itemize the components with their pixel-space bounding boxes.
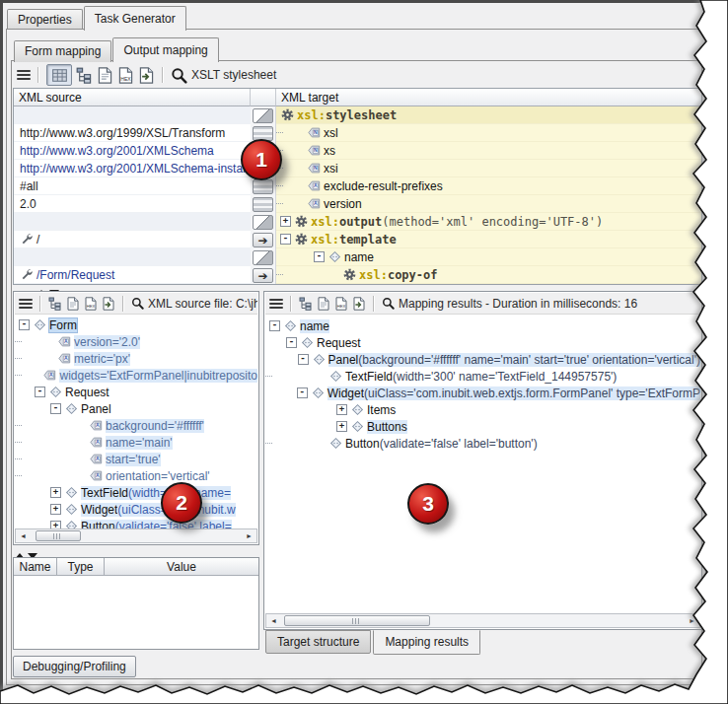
tree-row[interactable]: Buttons <box>265 418 700 435</box>
document-view-icon[interactable] <box>317 297 330 311</box>
tab-properties[interactable]: Properties <box>7 9 83 31</box>
menu-icon[interactable] <box>19 296 33 312</box>
tree-row[interactable]: orientation='vertical' <box>15 467 257 484</box>
target-row[interactable]: xsl:stylesheet <box>276 106 701 124</box>
tree-row[interactable]: name='main' <box>15 434 257 451</box>
target-row[interactable]: xsl:copy-of <box>276 266 701 284</box>
collapse-toggle[interactable] <box>35 387 45 397</box>
connector-button-equals[interactable] <box>253 179 273 194</box>
tree-row[interactable]: name <box>265 317 700 334</box>
source-row[interactable]: http://www.w3.org/2001/XMLSchema-instanc… <box>14 160 251 177</box>
search-icon[interactable] <box>382 297 395 310</box>
grid-view-button[interactable] <box>46 64 72 86</box>
tree-row[interactable]: Form <box>15 317 257 333</box>
scroll-left-arrow[interactable]: ◄ <box>16 529 31 542</box>
expand-toggle[interactable] <box>50 487 61 498</box>
menu-icon[interactable] <box>17 67 31 83</box>
tree-node-detail: (background='#ffffff' name='main' start=… <box>358 353 700 367</box>
source-row[interactable]: http://www.w3.org/2001/XMLSchema <box>14 142 251 160</box>
tab-target-structure[interactable]: Target structure <box>265 630 371 654</box>
connector-button-equals[interactable] <box>253 197 273 212</box>
tree-attribute: orientation='vertical' <box>106 469 210 483</box>
tab-task-generator[interactable]: Task Generator <box>84 6 186 31</box>
tab-output-mapping[interactable]: Output mapping <box>112 37 218 62</box>
document-view-icon[interactable] <box>97 67 113 84</box>
structure-view-icon[interactable] <box>76 67 93 84</box>
tree-row[interactable]: start='true' <box>15 451 257 467</box>
tree-row[interactable]: Panel (background='#ffffff' name='main' … <box>265 351 700 368</box>
connector-button-arrow[interactable]: ➔ <box>253 268 273 283</box>
connector-button-diagonal[interactable] <box>253 108 273 123</box>
column-header-value[interactable]: Value <box>105 558 258 576</box>
import-document-icon[interactable] <box>352 297 366 311</box>
collapse-toggle[interactable] <box>50 403 61 414</box>
target-row[interactable]: xsl:template <box>276 231 701 248</box>
tree-row[interactable]: Items <box>265 401 700 418</box>
search-icon[interactable] <box>171 67 187 84</box>
source-row[interactable]: /Form/Request <box>14 266 251 284</box>
tree-row[interactable]: TextField (width='300' name= <box>15 484 257 501</box>
source-row[interactable]: http://www.w3.org/1999/XSL/Transform <box>14 124 251 142</box>
tree-row[interactable]: Widget (uiClass='com.inubit.w <box>15 501 257 518</box>
source-row[interactable]: / <box>14 231 251 248</box>
scroll-left-arrow[interactable]: ◄ <box>266 614 281 627</box>
target-row[interactable]: name <box>276 248 701 266</box>
source-row[interactable] <box>14 248 251 266</box>
target-row[interactable]: xsi <box>276 160 701 177</box>
scroll-right-arrow[interactable]: ► <box>685 614 699 627</box>
import-document-icon[interactable] <box>102 297 115 311</box>
collapse-toggle[interactable] <box>280 234 291 245</box>
tree-row[interactable]: metric='px' <box>15 350 257 367</box>
tree-row[interactable]: Widget (uiClass='com.inubit.web.extjs.fo… <box>265 385 700 401</box>
expand-toggle[interactable] <box>336 404 347 415</box>
collapse-toggle[interactable] <box>269 320 280 331</box>
hex-view-icon[interactable] <box>84 297 98 311</box>
source-row[interactable]: 2.0 <box>14 195 251 213</box>
structure-view-icon[interactable] <box>48 297 62 311</box>
collapse-toggle[interactable] <box>298 354 309 365</box>
target-row[interactable]: version <box>276 195 701 213</box>
source-row[interactable] <box>14 106 251 124</box>
expand-toggle[interactable] <box>336 421 347 432</box>
collapse-toggle[interactable] <box>286 337 297 348</box>
target-row[interactable]: xsl:output (method='xml' encoding='UTF-8… <box>276 213 701 231</box>
scroll-right-arrow[interactable]: ► <box>242 529 256 542</box>
tree-row[interactable]: TextField (width='300' name='TextField_1… <box>265 368 700 385</box>
collapse-toggle[interactable] <box>19 319 30 330</box>
import-document-icon[interactable] <box>138 67 155 84</box>
column-header-name[interactable]: Name <box>14 558 57 576</box>
target-row[interactable]: xs <box>276 142 701 160</box>
connector-button-diagonal[interactable] <box>253 250 273 265</box>
search-icon[interactable] <box>131 297 144 310</box>
tree-row[interactable]: widgets='ExtFormPanel|inubitreposito <box>15 367 257 384</box>
horizontal-scrollbar[interactable]: ◄ ► <box>15 528 257 543</box>
target-row[interactable]: xsl <box>276 124 701 142</box>
source-row[interactable] <box>14 213 251 231</box>
tree-row[interactable]: Panel <box>15 400 257 417</box>
connector-button-arrow[interactable]: ➔ <box>253 233 273 247</box>
expand-toggle[interactable] <box>280 216 291 227</box>
tree-row[interactable]: version='2.0' <box>15 333 257 350</box>
collapse-toggle[interactable] <box>297 387 308 398</box>
tree-row[interactable]: Button (validate='false' label='button') <box>265 435 700 452</box>
tree-row[interactable]: Request <box>15 384 257 400</box>
collapse-toggle[interactable] <box>314 251 325 262</box>
tree-row[interactable]: Request <box>265 334 700 351</box>
hex-view-icon[interactable] <box>334 297 348 311</box>
tab-form-mapping[interactable]: Form mapping <box>14 40 111 62</box>
horizontal-scrollbar[interactable]: ◄ ► <box>265 613 700 628</box>
structure-view-icon[interactable] <box>299 297 313 311</box>
document-view-icon[interactable] <box>66 297 80 311</box>
hex-view-icon[interactable] <box>117 67 134 84</box>
tab-mapping-results[interactable]: Mapping results <box>373 630 480 655</box>
tree-row[interactable]: background='#ffffff' <box>15 417 257 434</box>
scrollbar-thumb[interactable] <box>284 615 430 626</box>
scrollbar-thumb[interactable] <box>36 530 81 541</box>
source-row[interactable]: #all <box>14 177 251 195</box>
target-row[interactable]: exclude-result-prefixes <box>276 177 701 195</box>
connector-button-diagonal[interactable] <box>253 215 273 230</box>
expand-toggle[interactable] <box>50 504 61 515</box>
menu-icon[interactable] <box>269 296 283 312</box>
column-header-type[interactable]: Type <box>57 558 105 576</box>
debugging-profiling-button[interactable]: Debugging/Profiling <box>13 656 136 677</box>
